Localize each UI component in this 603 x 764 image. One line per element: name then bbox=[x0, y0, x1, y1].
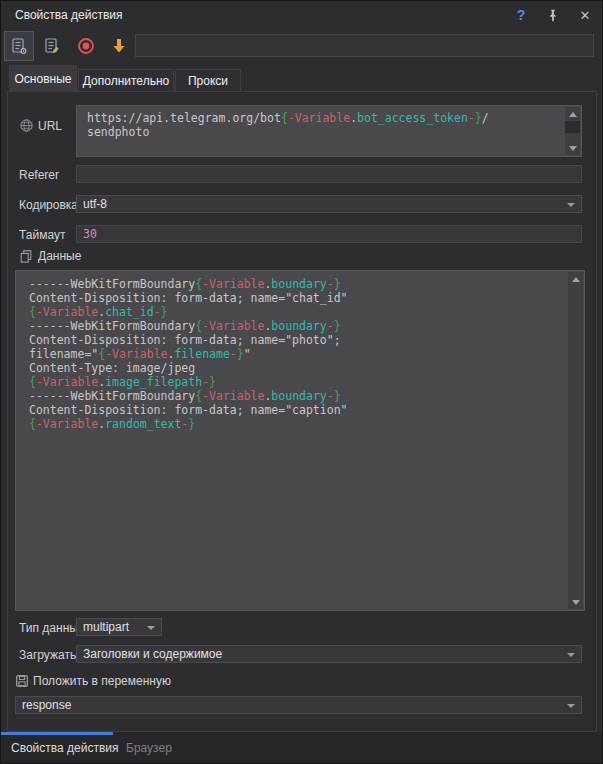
url-label-row: URL bbox=[19, 118, 62, 133]
url-textbox[interactable]: https://api.telegram.org/bot{-Variable.b… bbox=[76, 105, 582, 157]
scroll-up-icon[interactable] bbox=[565, 107, 580, 121]
move-down-button[interactable] bbox=[104, 31, 134, 61]
load-dropdown[interactable]: Заголовки и содержимое bbox=[76, 645, 582, 663]
down-arrow-icon bbox=[110, 37, 128, 55]
action-properties-window: Свойства действия ? ✕ bbox=[0, 0, 603, 764]
toolbar-input[interactable] bbox=[135, 34, 594, 57]
document-pencil-icon bbox=[42, 36, 62, 56]
datatype-dropdown[interactable]: multipart bbox=[76, 618, 162, 636]
bottom-tabbar: Свойства действия Браузер bbox=[1, 732, 602, 764]
datatype-value: multipart bbox=[83, 620, 129, 634]
chevron-down-icon bbox=[147, 626, 155, 630]
scrollbar-thumb[interactable] bbox=[565, 121, 580, 133]
datatype-label: Тип данных bbox=[19, 621, 84, 635]
help-icon[interactable]: ? bbox=[512, 6, 530, 24]
put-to-variable-row: Положить в переменную bbox=[15, 674, 171, 688]
action-settings-button[interactable] bbox=[4, 31, 34, 61]
save-to-variable-checkbox[interactable] bbox=[15, 674, 29, 688]
bottom-tab-action-properties[interactable]: Свойства действия bbox=[11, 741, 118, 755]
scroll-up-icon[interactable] bbox=[568, 272, 583, 286]
copy-pages-icon bbox=[19, 249, 33, 263]
encoding-label: Кодировка bbox=[19, 198, 78, 212]
titlebar: Свойства действия ? ✕ bbox=[1, 1, 602, 29]
tab-main[interactable]: Основные bbox=[9, 65, 77, 92]
load-value: Заголовки и содержимое bbox=[83, 647, 222, 661]
data-textbox[interactable]: ------WebKitFormBoundary{-Variable.bound… bbox=[15, 270, 585, 611]
encoding-dropdown[interactable]: utf-8 bbox=[76, 195, 582, 213]
scroll-down-icon[interactable] bbox=[565, 141, 580, 155]
window-title: Свойства действия bbox=[15, 8, 122, 22]
chevron-down-icon bbox=[567, 653, 575, 657]
timeout-label: Таймаут bbox=[19, 228, 65, 242]
referer-input[interactable] bbox=[76, 165, 582, 183]
url-scrollbar[interactable] bbox=[565, 107, 580, 155]
load-label: Загружать bbox=[19, 648, 76, 662]
titlebar-buttons: ? ✕ bbox=[512, 1, 594, 29]
data-scrollbar[interactable] bbox=[568, 272, 583, 609]
close-icon[interactable]: ✕ bbox=[576, 6, 594, 24]
edit-action-button[interactable] bbox=[37, 31, 67, 61]
globe-icon bbox=[19, 118, 34, 133]
url-code-content: https://api.telegram.org/bot{-Variable.b… bbox=[77, 106, 581, 144]
data-code-content: ------WebKitFormBoundary{-Variable.bound… bbox=[16, 271, 584, 437]
variable-value: response bbox=[22, 698, 71, 712]
referer-label: Referer bbox=[19, 168, 59, 182]
tab-proxy[interactable]: Прокси bbox=[175, 69, 241, 92]
encoding-value: utf-8 bbox=[83, 197, 107, 211]
data-label-row: Данные bbox=[19, 249, 81, 263]
bottom-tab-browser[interactable]: Браузер bbox=[126, 741, 172, 755]
tab-additional[interactable]: Дополнительно bbox=[78, 69, 174, 92]
document-gear-icon bbox=[9, 36, 29, 56]
record-icon bbox=[76, 36, 96, 56]
main-tab-panel: URL https://api.telegram.org/bot{-Variab… bbox=[7, 91, 597, 732]
pin-icon[interactable] bbox=[544, 6, 562, 24]
toolbar bbox=[1, 29, 602, 63]
tabstrip: Основные Дополнительно Прокси bbox=[1, 63, 602, 92]
chevron-down-icon bbox=[567, 203, 575, 207]
url-label: URL bbox=[38, 119, 62, 133]
timeout-input[interactable] bbox=[76, 225, 582, 243]
chevron-down-icon bbox=[567, 704, 575, 708]
data-label: Данные bbox=[38, 249, 81, 263]
active-tab-indicator bbox=[1, 732, 113, 735]
put-to-variable-label: Положить в переменную bbox=[33, 674, 171, 688]
record-button[interactable] bbox=[71, 31, 101, 61]
variable-dropdown[interactable]: response bbox=[15, 696, 582, 714]
scroll-down-icon[interactable] bbox=[568, 595, 583, 609]
